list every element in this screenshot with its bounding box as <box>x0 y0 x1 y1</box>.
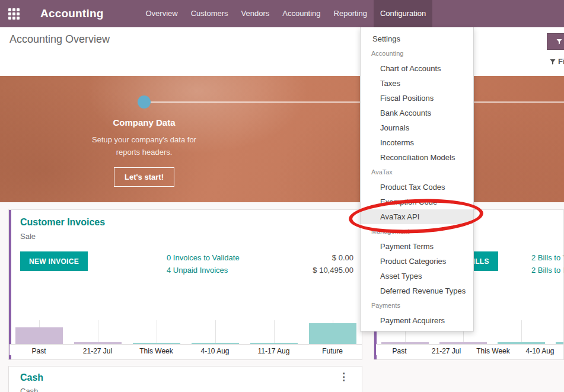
nav-item-vendors[interactable]: Vendors <box>235 0 276 27</box>
chart-bar-4-10-aug[interactable] <box>556 342 564 344</box>
chart-bar-future[interactable] <box>309 323 356 344</box>
vendor-bills-kpis: 2 Bills to Validate2 Bills to Pay <box>531 252 564 276</box>
chart-axis-label: 4-10 Aug <box>186 347 244 355</box>
menu-item-payment-terms[interactable]: Payment Terms <box>361 239 473 254</box>
customer-invoices-chart: Past21-27 JulThis Week4-10 Aug11-17 AugF… <box>9 320 362 359</box>
onboarding-step-company-data: Company Data Setup your company's data f… <box>61 117 227 187</box>
new-invoice-button[interactable]: NEW INVOICE <box>20 251 88 271</box>
kpi-link[interactable]: 2 Bills to Pay <box>531 264 564 276</box>
nav-menu: OverviewCustomersVendorsAccountingReport… <box>139 0 433 27</box>
menu-item-settings[interactable]: Settings <box>361 31 473 46</box>
customer-invoices-kpis: 0 Invoices to Validate$ 0.004 Unpaid Inv… <box>167 252 353 276</box>
favorites-filter-button[interactable] <box>547 33 564 50</box>
nav-item-reporting[interactable]: Reporting <box>327 0 374 27</box>
apps-grid-icon <box>8 8 20 20</box>
step-title: Company Data <box>61 117 227 128</box>
chart-bar-4-10-aug[interactable] <box>192 343 239 344</box>
filters-control[interactable]: Filters <box>549 57 564 66</box>
kpi-value: $ 0.00 <box>332 252 353 264</box>
chart-axis-label: 11-17 Aug <box>244 347 303 355</box>
filter-icon <box>549 58 556 65</box>
lets-start-button[interactable]: Let's start! <box>114 167 174 187</box>
chart-axis-label: 4-10 Aug <box>517 347 563 355</box>
kpi-value: $ 10,495.00 <box>313 264 353 276</box>
menu-section-accounting: Accounting <box>361 46 473 61</box>
kpi-link[interactable]: 0 Invoices to Validate <box>167 252 240 264</box>
menu-section-payments: Payments <box>361 298 473 313</box>
kpi-link[interactable]: 2 Bills to Validate <box>531 252 564 264</box>
chart-bar-past[interactable] <box>381 342 429 344</box>
menu-item-incoterms[interactable]: Incoterms <box>361 135 473 150</box>
filter-icon <box>556 38 563 45</box>
top-nav-bar: Accounting OverviewCustomersVendorsAccou… <box>0 0 564 27</box>
chart-bar-21-27-jul[interactable] <box>439 342 487 344</box>
customer-invoices-card: Customer Invoices Sale NEW INVOICE 0 Inv… <box>8 209 362 360</box>
nav-item-accounting[interactable]: Accounting <box>276 0 327 27</box>
menu-section-avatax: AvaTax <box>361 165 473 180</box>
chart-axis-label: This Week <box>127 347 186 355</box>
customer-invoices-subtitle: Sale <box>20 232 36 241</box>
filters-label: Filters <box>558 57 564 66</box>
menu-item-chart-of-accounts[interactable]: Chart of Accounts <box>361 61 473 76</box>
menu-item-payment-acquirers[interactable]: Payment Acquirers <box>361 313 473 328</box>
nav-item-overview[interactable]: Overview <box>139 0 184 27</box>
page-title: Accounting Overview <box>9 33 110 46</box>
onboarding-step-dot[interactable] <box>138 95 151 109</box>
onboarding-banner: Company Data Setup your company's data f… <box>0 76 564 202</box>
chart-axis-label: 21-27 Jul <box>68 347 127 355</box>
chart-bar-21-27-jul[interactable] <box>74 342 122 344</box>
menu-item-journals[interactable]: Journals <box>361 120 473 135</box>
cash-card: Cash Cash ⋮ <box>8 366 362 392</box>
chart-bar-this-week[interactable] <box>133 343 180 344</box>
chart-gridline <box>98 320 98 344</box>
chart-gridline <box>157 320 157 344</box>
kpi-link[interactable]: 4 Unpaid Invoices <box>167 264 228 276</box>
menu-item-deferred-revenue-types[interactable]: Deferred Revenue Types <box>361 283 473 298</box>
customer-invoices-title[interactable]: Customer Invoices <box>20 217 105 228</box>
kpi-row: 2 Bills to Pay <box>531 264 564 276</box>
chart-gridline <box>521 320 522 344</box>
menu-section-management: Management <box>361 224 473 239</box>
chart-gridline <box>274 320 275 344</box>
nav-item-customers[interactable]: Customers <box>184 0 235 27</box>
step-description: Setup your company's data forreports hea… <box>61 133 227 158</box>
menu-item-exemption-code[interactable]: Exemption Code <box>361 195 473 209</box>
nav-item-configuration[interactable]: Configuration <box>374 0 432 27</box>
kpi-row: 0 Invoices to Validate$ 0.00 <box>167 252 353 264</box>
chart-bar-11-17-aug[interactable] <box>250 343 298 344</box>
onboarding-timeline <box>146 101 564 103</box>
menu-item-avatax-api[interactable]: AvaTax API <box>361 209 473 224</box>
control-panel: Accounting Overview Filters <box>0 27 564 76</box>
apps-menu-button[interactable] <box>0 0 27 27</box>
kpi-row: 4 Unpaid Invoices$ 10,495.00 <box>167 264 353 276</box>
card-kebab-menu-icon[interactable]: ⋮ <box>339 372 349 382</box>
configuration-dropdown-menu: SettingsAccountingChart of AccountsTaxes… <box>360 27 474 332</box>
menu-item-taxes[interactable]: Taxes <box>361 76 473 91</box>
chart-axis-label: 21-27 Jul <box>423 347 470 355</box>
app-title: Accounting <box>40 7 104 20</box>
menu-item-asset-types[interactable]: Asset Types <box>361 269 473 283</box>
cash-subtitle: Cash <box>20 387 38 392</box>
menu-item-product-categories[interactable]: Product Categories <box>361 254 473 269</box>
menu-item-reconciliation-models[interactable]: Reconciliation Models <box>361 150 473 165</box>
chart-bar-this-week[interactable] <box>498 342 545 344</box>
chart-bar-past[interactable] <box>15 327 63 344</box>
cash-title[interactable]: Cash <box>20 372 43 383</box>
chart-axis-label: Future <box>303 347 362 355</box>
menu-item-product-tax-codes[interactable]: Product Tax Codes <box>361 180 473 195</box>
menu-item-bank-accounts[interactable]: Bank Accounts <box>361 106 473 120</box>
menu-item-fiscal-positions[interactable]: Fiscal Positions <box>361 91 473 106</box>
chart-gridline <box>215 320 216 344</box>
chart-axis-label: Past <box>9 347 68 355</box>
chart-axis-label: This Week <box>470 347 517 355</box>
chart-axis-label: Past <box>376 347 423 355</box>
kpi-row: 2 Bills to Validate <box>531 252 564 264</box>
